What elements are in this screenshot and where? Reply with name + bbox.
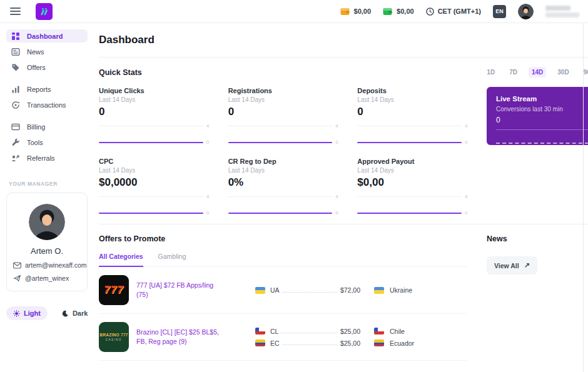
- sidebar-item-label: News: [27, 48, 44, 56]
- sidebar-item-referrals[interactable]: Referrals: [6, 151, 88, 164]
- offers-heading: Offers to Promote: [99, 234, 468, 243]
- balance-primary-value: $0,00: [354, 8, 372, 15]
- logo-glyph-icon: [38, 6, 50, 18]
- offer-country-list: Chile Ecuador: [374, 328, 468, 347]
- user-avatar[interactable]: [518, 4, 534, 19]
- sidebar-item-reports[interactable]: Reports: [6, 83, 88, 96]
- avatar-person-icon: [29, 204, 65, 240]
- sidebar-item-label: Referrals: [27, 154, 55, 162]
- offer-geo-list: CL $25,00 EC $25,00: [255, 328, 360, 347]
- balance-primary[interactable]: $0,00: [340, 8, 372, 16]
- flag-chile-icon: [374, 328, 384, 334]
- sidebar-item-label: Reports: [27, 86, 51, 93]
- geo-code: UA: [270, 286, 280, 294]
- geo-row: UA $72,00: [255, 286, 360, 294]
- tab-gambling[interactable]: Gambling: [158, 253, 186, 267]
- winex-logo[interactable]: [36, 3, 53, 20]
- live-stream-title: Live Stream: [496, 95, 588, 103]
- stat-value: 0%: [228, 176, 339, 189]
- clock-icon: [426, 8, 434, 16]
- stat-value: $0,00: [357, 176, 468, 189]
- geo-row: EC $25,00: [255, 339, 360, 347]
- theme-light-button[interactable]: Light: [6, 306, 48, 320]
- stat-subtitle: Last 14 Days: [357, 96, 468, 103]
- stat-value: $0,0000: [99, 176, 210, 189]
- news-view-all-button[interactable]: View All ↗: [487, 256, 537, 274]
- stat-value: 0: [99, 106, 210, 118]
- theme-toggle: Light Dark: [6, 306, 88, 320]
- tag-icon: [11, 63, 20, 72]
- sidebar-item-dashboard[interactable]: Dashboard: [6, 29, 88, 43]
- sparkline: 4 0: [228, 123, 339, 145]
- manager-section-label: YOUR MANAGER: [9, 181, 88, 187]
- menu-toggle-icon[interactable]: [10, 8, 21, 15]
- country-row: Chile: [374, 328, 468, 335]
- language-switcher[interactable]: EN: [493, 5, 506, 18]
- stat-card-deposits: Deposits Last 14 Days 0 4 0: [357, 87, 468, 145]
- sidebar-item-offers[interactable]: Offers: [6, 61, 88, 74]
- theme-dark-button[interactable]: Dark: [55, 306, 94, 320]
- quick-stats-heading: Quick Stats: [99, 68, 142, 77]
- envelope-icon: [13, 262, 21, 269]
- stat-subtitle: Last 14 Days: [99, 96, 210, 103]
- manager-avatar: [29, 204, 65, 240]
- tab-all-categories[interactable]: All Categories: [99, 253, 143, 267]
- range-90d[interactable]: 90D: [580, 67, 588, 78]
- sparkline: 4 0: [99, 194, 210, 216]
- sidebar-item-billing[interactable]: Billing: [6, 120, 88, 133]
- offer-row-brazino: BRAZINO 777 CASINO Brazino [CL] [EC] $25…: [99, 314, 468, 361]
- page-title: Dashboard: [99, 23, 588, 58]
- range-1d[interactable]: 1D: [484, 67, 498, 78]
- timezone-label: CET (GMT+1): [438, 8, 481, 15]
- dotted-leader: [281, 329, 337, 333]
- offer-logo-text: BRAZINO 777: [99, 333, 128, 337]
- news-heading: News: [487, 234, 588, 243]
- stat-subtitle: Last 14 Days: [99, 167, 210, 174]
- sidebar-item-label: Transactions: [27, 101, 66, 109]
- sun-icon: [13, 310, 20, 317]
- sidebar: Dashboard News Offers: [0, 23, 94, 372]
- range-selector: 1D 7D 14D 30D 90D: [484, 67, 588, 78]
- offer-logo-brazino[interactable]: BRAZINO 777 CASINO: [99, 322, 129, 352]
- stat-subtitle: Last 14 Days: [228, 96, 339, 103]
- offer-country-list: Ukraine: [374, 286, 468, 294]
- sidebar-item-label: Billing: [27, 123, 45, 131]
- main-content: Dashboard Quick Stats 1D 7D 14D 30D 90D …: [94, 23, 588, 372]
- credit-card-icon: [11, 123, 20, 131]
- live-stream-dashed-line: [496, 143, 588, 144]
- stat-value: 0: [228, 106, 339, 118]
- offer-title-link[interactable]: Brazino [CL] [EC] $25 BL$5, FB, Reg page…: [136, 328, 219, 346]
- manager-telegram-row[interactable]: @artem_winex: [13, 274, 81, 282]
- range-30d[interactable]: 30D: [554, 67, 572, 78]
- topbar: $0,00 $0,00 CET (GMT+1) EN: [0, 0, 588, 23]
- balance-secondary-value: $0,00: [397, 8, 414, 15]
- offer-logo-subtext: CASINO: [106, 338, 122, 341]
- scrollbar-track[interactable]: [583, 23, 584, 372]
- country-name: Chile: [390, 328, 405, 335]
- manager-card: Artem O. artem@winexaff.com @artem_winex: [6, 193, 88, 291]
- sidebar-item-news[interactable]: News: [6, 45, 88, 58]
- wallet-green-icon: [383, 8, 392, 16]
- stat-card-unique-clicks: Unique Clicks Last 14 Days 0 4 0: [99, 87, 210, 145]
- telegram-icon: [13, 274, 21, 282]
- range-14d[interactable]: 14D: [529, 67, 546, 78]
- stats-grid: Unique Clicks Last 14 Days 0 4 0 Registr…: [99, 87, 588, 216]
- wallet-orange-icon: [340, 8, 350, 16]
- stat-card-approved-payout: Approved Payout Last 14 Days $0,00 4 0: [357, 158, 468, 216]
- referrals-icon: [11, 154, 20, 163]
- stat-card-registrations: Registrations Last 14 Days 0 4 0: [228, 87, 339, 145]
- sparkline: 4 0: [99, 123, 210, 145]
- sidebar-nav: Dashboard News Offers: [6, 29, 88, 164]
- sidebar-item-tools[interactable]: Tools: [6, 136, 88, 149]
- geo-code: EC: [270, 339, 280, 347]
- offer-title-link[interactable]: 777 [UA] $72 FB Apps/ling (75): [136, 281, 219, 299]
- sidebar-item-transactions[interactable]: Transactions: [6, 98, 88, 111]
- range-7d[interactable]: 7D: [506, 67, 520, 78]
- manager-name: Artem O.: [13, 246, 81, 256]
- manager-email-row[interactable]: artem@winexaff.com: [13, 261, 81, 269]
- offer-logo-777[interactable]: 777: [99, 275, 129, 305]
- avatar-person-icon: [518, 4, 534, 19]
- balance-secondary[interactable]: $0,00: [383, 8, 414, 16]
- user-name-redacted: [545, 6, 579, 18]
- country-name: Ukraine: [390, 286, 412, 294]
